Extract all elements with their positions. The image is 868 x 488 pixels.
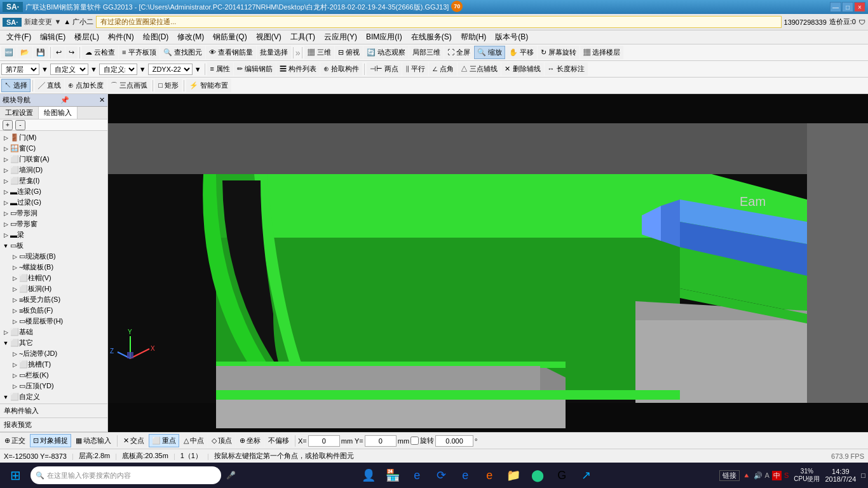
taskbar-ie2-icon[interactable]: e — [480, 466, 499, 485]
line-type-select[interactable]: 自定义线 — [99, 64, 137, 75]
pick-component-btn[interactable]: ⊕ 拾取构件 — [320, 62, 362, 76]
single-component-btn[interactable]: 单构件输入 — [0, 404, 107, 418]
menu-cloud[interactable]: 云应用(Y) — [320, 30, 361, 44]
menu-file[interactable]: 文件(F) — [3, 30, 35, 44]
tree-item-floor-band[interactable]: ▷ ▭ 楼层板带(H) — [1, 316, 106, 327]
menu-help[interactable]: 帮助(H) — [457, 30, 491, 44]
new-btn[interactable]: 🆕 — [1, 46, 17, 58]
batch-select-btn[interactable]: 批量选择 — [257, 46, 291, 59]
smart-place-btn[interactable]: ⚡ 智能布置 — [186, 79, 231, 92]
add-icon[interactable]: + — [3, 120, 13, 130]
tree-item-beam[interactable]: ▷ ▬ 梁 — [1, 229, 106, 240]
network-icon[interactable]: 🔺 — [742, 471, 751, 480]
menu-modify[interactable]: 修改(M) — [173, 30, 208, 44]
taskbar-app2-icon[interactable]: ↗ — [576, 466, 595, 485]
ime-icon[interactable]: 中 — [772, 471, 782, 480]
select-floor-btn[interactable]: ▦ 选择楼层 — [580, 46, 623, 59]
y-input[interactable] — [365, 435, 397, 447]
tree-item-parapet[interactable]: ▷ ▭ 栏板(K) — [1, 370, 106, 381]
tree-item-column-cap[interactable]: ▷ ⬜ 柱帽(V) — [1, 273, 106, 283]
save-btn[interactable]: 💾 — [33, 46, 48, 58]
tree-item-slab-neg-rebar[interactable]: ▷ ≡ 板负筋(F) — [1, 305, 106, 316]
object-snap-btn[interactable]: ⊡ 对象捕捉 — [30, 434, 71, 447]
menu-tools[interactable]: 工具(T) — [287, 30, 319, 44]
tree-item-spiral-slab[interactable]: ▷ ~ 螺旋板(B) — [1, 262, 106, 273]
sidebar-pin-icon[interactable]: 📌 — [60, 96, 69, 104]
tree-item-slab-rebar[interactable]: ▷ ≡ 板受力筋(S) — [1, 294, 106, 305]
fullscreen-btn[interactable]: ⛶ 全屏 — [444, 46, 473, 59]
tree-item-doorwindow[interactable]: ▷ ⬜ 门联窗(A) — [1, 154, 106, 165]
tree-item-band-opening[interactable]: ▷ ▭ 带形洞 — [1, 208, 106, 219]
tree-item-window[interactable]: ▷ 🪟 窗(C) — [1, 143, 106, 154]
menu-edit[interactable]: 编辑(E) — [36, 30, 69, 44]
maximize-button[interactable]: □ — [842, 2, 853, 12]
rotate-checkbox[interactable] — [410, 437, 419, 445]
menu-view[interactable]: 视图(V) — [252, 30, 285, 44]
parallel-btn[interactable]: ∥ 平行 — [402, 62, 428, 76]
dim-btn[interactable]: ↔ 长度标注 — [545, 62, 588, 76]
tree-item-wallopenings[interactable]: ▷ ⬜ 墙洞(D) — [1, 165, 106, 175]
speaker-icon[interactable]: 🔊 — [754, 471, 763, 480]
level-top-btn[interactable]: ≡ 平齐板顶 — [119, 46, 159, 59]
top-view-btn[interactable]: ⊟ 俯视 — [335, 46, 363, 59]
undo-btn[interactable]: ↩ — [53, 46, 65, 58]
tree-item-over-beam[interactable]: ▷ ▬ 过梁(G) — [1, 197, 106, 208]
clock-display[interactable]: 14:39 2018/7/24 — [825, 468, 856, 483]
close-button[interactable]: × — [854, 2, 865, 12]
taskbar-app1-icon[interactable]: ⬤ — [528, 466, 547, 485]
tree-item-foundation[interactable]: ▷ ⬜ 基础 — [1, 327, 106, 337]
tree-item-others[interactable]: ▼ ⬜ 其它 — [1, 337, 106, 348]
3d-view-btn[interactable]: ▦ 三维 — [304, 46, 334, 59]
redo-btn[interactable]: ↪ — [65, 46, 78, 58]
report-preview-btn[interactable]: 报表预览 — [0, 418, 107, 432]
tree-item-top-cap[interactable]: ▷ ▭ 压顶(YD) — [1, 381, 106, 391]
tree-item-cantilever[interactable]: ▷ ⬜ 挑槽(T) — [1, 359, 106, 370]
tab-project-settings[interactable]: 工程设置 — [0, 107, 39, 119]
menu-steel[interactable]: 钢筋量(Q) — [209, 30, 250, 44]
taskbar-ie-icon[interactable]: e — [456, 466, 475, 485]
tree-item-band-window[interactable]: ▷ ▭ 带形窗 — [1, 219, 106, 229]
code-select[interactable]: ZDYX-22 — [148, 64, 193, 75]
point-length-btn[interactable]: ⊕ 点加长度 — [65, 79, 107, 92]
menu-online[interactable]: 在线服务(S) — [407, 30, 456, 44]
rotate-input[interactable] — [435, 435, 473, 447]
pan-btn[interactable]: ✋ 平移 — [506, 46, 537, 59]
notification-icon[interactable]: □ — [861, 471, 865, 479]
three-arc-btn[interactable]: ⌒ 三点画弧 — [107, 79, 151, 92]
find-elem-btn[interactable]: 🔍 查找图元 — [160, 46, 205, 59]
tree-item-postpour[interactable]: ▷ ~ 后浇带(JD) — [1, 348, 106, 359]
taskbar-search[interactable]: 🔍 在这里输入你要搜索的内容 — [31, 466, 221, 484]
midpoint-btn[interactable]: △ 中点 — [180, 434, 207, 447]
intersection-btn[interactable]: ✕ 交点 — [120, 434, 147, 447]
three-point-aux-btn[interactable]: △ 三点辅线 — [458, 62, 501, 76]
edit-steel-btn[interactable]: ✏ 编辑钢筋 — [234, 62, 276, 76]
endpoint-btn[interactable]: ⬜ 重点 — [149, 434, 179, 447]
menu-floor[interactable]: 楼层(L) — [71, 30, 103, 44]
property-btn[interactable]: ≡ 属性 — [207, 62, 233, 76]
notification-badge[interactable]: 70 — [451, 1, 463, 12]
taskbar-store-icon[interactable]: 🏪 — [383, 466, 402, 485]
tree-item-door[interactable]: ▷ 🚪 门(M) — [1, 132, 106, 143]
tree-item-cast-slab[interactable]: ▷ ▭ 现浇板(B) — [1, 251, 106, 262]
cloud-check-btn[interactable]: ☁ 云检查 — [82, 46, 118, 59]
taskbar-folder-icon[interactable]: 📁 — [504, 466, 523, 485]
tab-draw-input[interactable]: 绘图输入 — [39, 107, 78, 119]
dynamic-obs-btn[interactable]: 🔄 动态观察 — [363, 46, 409, 59]
ortho-btn[interactable]: ⊕ 正交 — [1, 434, 29, 447]
taskbar-edge2-icon[interactable]: ⟳ — [431, 466, 451, 485]
x-input[interactable] — [308, 435, 340, 447]
zoom-btn[interactable]: 🔍 缩放 — [474, 46, 505, 59]
link-label[interactable]: 链接 — [719, 470, 740, 481]
mic-icon-area[interactable]: 🎤 — [226, 471, 236, 480]
menu-bim[interactable]: BIM应用(I) — [362, 30, 406, 44]
local-3d-btn[interactable]: 局部三维 — [409, 46, 444, 59]
dynamic-input-btn[interactable]: ▦ 动态输入 — [72, 434, 114, 447]
open-btn[interactable]: 📂 — [17, 46, 32, 58]
select-btn[interactable]: ↖ 选择 — [1, 79, 31, 92]
vertex-btn[interactable]: ◇ 顶点 — [208, 434, 235, 447]
screen-rotate-btn[interactable]: ↻ 屏幕旋转 — [538, 46, 580, 59]
two-points-btn[interactable]: ⊣⊢ 两点 — [367, 62, 402, 76]
component-type-select[interactable]: 自定义 — [50, 64, 88, 75]
menu-draw[interactable]: 绘图(D) — [139, 30, 173, 44]
line-btn[interactable]: ╱ 直线 — [35, 79, 64, 92]
